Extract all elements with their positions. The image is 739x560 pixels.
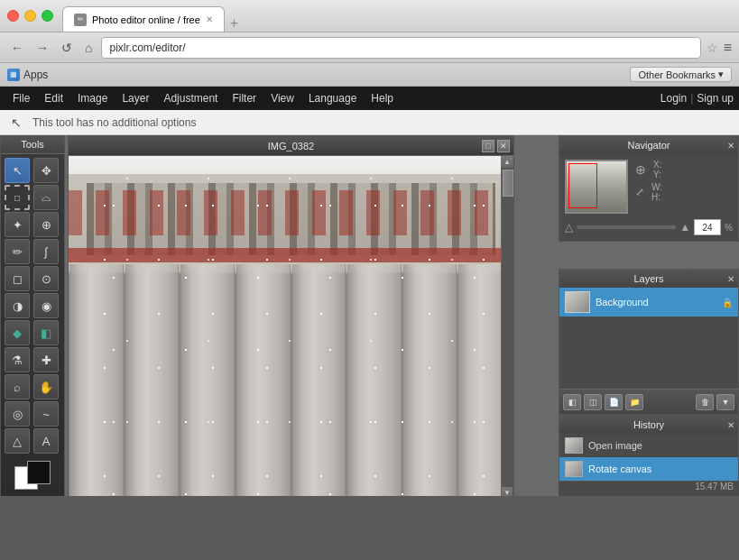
layer-background[interactable]: Background 🔒 xyxy=(559,288,738,317)
tool-zoom[interactable]: ⌕ xyxy=(5,374,30,399)
browser-toolbar: ← → ↺ ⌂ pixlr.com/editor/ ☆ ≡ xyxy=(0,32,739,63)
history-item-open-image[interactable]: Open image xyxy=(559,434,738,457)
tool-heal[interactable]: ✚ xyxy=(33,347,59,372)
address-bar[interactable]: pixlr.com/editor/ xyxy=(101,37,700,59)
image-window-close[interactable]: ✕ xyxy=(497,140,510,152)
tool-clone[interactable]: ⊙ xyxy=(33,266,59,291)
tool-magic-wand[interactable]: ✦ xyxy=(5,212,30,237)
tool-blur[interactable]: ◉ xyxy=(33,293,59,318)
home-button[interactable]: ⌂ xyxy=(81,39,96,57)
tool-gradient[interactable]: ◧ xyxy=(33,320,59,345)
sky-area xyxy=(69,156,513,176)
tool-eraser[interactable]: ◻ xyxy=(5,266,30,291)
navigator-title: Navigator xyxy=(565,140,733,151)
history-title: History xyxy=(565,419,733,430)
image-window-title: IMG_0382 xyxy=(268,141,314,151)
zoom-out-icon[interactable]: △ xyxy=(565,221,573,234)
layer-options-btn[interactable]: ▼ xyxy=(716,394,734,410)
tool-hint-icon: ↖ xyxy=(7,114,25,132)
layer-new-btn[interactable]: 📄 xyxy=(605,394,623,410)
zoom-slider[interactable] xyxy=(577,225,676,229)
tool-eyedropper[interactable]: ⚗ xyxy=(5,347,30,372)
tool-marquee-rect[interactable]: □ xyxy=(5,185,30,210)
vertical-scrollbar[interactable]: ▲ ▼ xyxy=(501,156,513,496)
scrollbar-up-arrow[interactable]: ▲ xyxy=(501,156,513,169)
maximize-button[interactable] xyxy=(42,10,53,22)
menu-adjustment[interactable]: Adjustment xyxy=(156,89,225,107)
apps-label: Apps xyxy=(23,69,48,81)
image-window: IMG_0382 □ ✕ ▲ xyxy=(68,135,514,496)
minimize-button[interactable] xyxy=(24,10,36,22)
workspace: Tools ↖ ✥ □ ⌓ ✦ ⊕ ✏ ∫ ◻ ⊙ ◑ ◉ ◆ ◧ ⚗ ✚ ⌕ … xyxy=(0,135,739,496)
close-button[interactable] xyxy=(7,10,19,22)
layers-toolbar: ◧ ◫ 📄 📁 🗑 ▼ xyxy=(559,389,738,414)
tab-close-icon[interactable]: ✕ xyxy=(206,14,213,24)
layer-delete-btn[interactable]: 🗑 xyxy=(696,394,714,410)
navigator-titlebar: Navigator ✕ xyxy=(559,136,738,154)
chevron-down-icon: ▾ xyxy=(718,69,724,80)
apps-icon: ▦ xyxy=(7,69,20,81)
tool-paint-bucket[interactable]: ◆ xyxy=(5,320,30,345)
tab-title: Photo editor online / free xyxy=(92,14,200,25)
column-2 xyxy=(125,264,180,496)
tool-shape[interactable]: △ xyxy=(5,428,30,454)
history-item-rotate-canvas[interactable]: Rotate canvas xyxy=(559,457,738,481)
layer-group-btn[interactable]: 📁 xyxy=(625,394,643,410)
tool-select-arrow[interactable]: ↖ xyxy=(5,158,30,183)
layer-mask-btn[interactable]: ◫ xyxy=(584,394,602,410)
x-label: X: xyxy=(653,160,661,170)
tool-redeye[interactable]: ◎ xyxy=(5,401,30,427)
forward-button[interactable]: → xyxy=(32,39,52,57)
tool-lasso[interactable]: ⌓ xyxy=(33,185,59,210)
image-window-controls: □ ✕ xyxy=(482,140,510,152)
layer-background-thumb xyxy=(565,291,590,313)
login-link[interactable]: Login xyxy=(660,92,687,105)
tools-header: Tools xyxy=(1,135,64,154)
layer-lock-icon: 🔒 xyxy=(722,298,733,308)
history-close-icon[interactable]: ✕ xyxy=(727,420,734,430)
scroll-thumb[interactable] xyxy=(503,170,513,197)
layers-titlebar: Layers ✕ xyxy=(559,270,738,288)
image-canvas[interactable] xyxy=(69,156,513,496)
layers-panel: Layers ✕ Background 🔒 ◧ ◫ 📄 📁 🗑 ▼ xyxy=(559,269,739,415)
color-selector[interactable] xyxy=(14,461,51,490)
menu-view[interactable]: View xyxy=(263,89,301,107)
menu-filter[interactable]: Filter xyxy=(225,89,263,107)
tool-hand[interactable]: ✋ xyxy=(33,374,59,399)
layers-close-icon[interactable]: ✕ xyxy=(727,274,734,284)
signup-link[interactable]: Sign up xyxy=(697,92,734,105)
tool-text[interactable]: A xyxy=(33,428,59,454)
new-tab-button[interactable]: + xyxy=(225,15,244,32)
layer-add-adjustment-btn[interactable]: ◧ xyxy=(563,394,581,410)
tool-dodge[interactable]: ◑ xyxy=(5,293,30,318)
scroll-down-btn[interactable]: ▼ xyxy=(502,486,513,496)
y-label: Y: xyxy=(653,170,661,179)
menu-image[interactable]: Image xyxy=(70,89,115,107)
tool-hint-bar: ↖ This tool has no additional options xyxy=(0,110,739,135)
zoom-in-icon[interactable]: ▲ xyxy=(679,221,690,234)
other-bookmarks[interactable]: Other Bookmarks ▾ xyxy=(630,67,732,82)
menu-layer[interactable]: Layer xyxy=(115,89,156,107)
refresh-button[interactable]: ↺ xyxy=(58,39,76,57)
menu-file[interactable]: File xyxy=(5,89,37,107)
navigator-close-icon[interactable]: ✕ xyxy=(727,141,734,151)
foreground-color-swatch[interactable] xyxy=(27,461,51,484)
layer-background-name: Background xyxy=(596,297,716,308)
browser-menu-button[interactable]: ≡ xyxy=(724,40,732,56)
zoom-value-input[interactable] xyxy=(694,219,721,235)
tool-crop[interactable]: ⊕ xyxy=(33,212,59,237)
history-open-icon xyxy=(565,437,583,454)
tool-smudge[interactable]: ~ xyxy=(33,401,59,427)
tool-move[interactable]: ✥ xyxy=(33,158,59,183)
image-window-minimize[interactable]: □ xyxy=(482,140,494,152)
tool-pencil[interactable]: ✏ xyxy=(5,239,30,264)
back-button[interactable]: ← xyxy=(7,39,27,57)
tool-brush[interactable]: ∫ xyxy=(33,239,59,264)
apps-bookmark[interactable]: ▦ Apps xyxy=(7,69,48,81)
history-titlebar: History ✕ xyxy=(559,416,738,434)
menu-help[interactable]: Help xyxy=(364,89,401,107)
menu-language[interactable]: Language xyxy=(301,89,364,107)
bookmark-star-icon[interactable]: ☆ xyxy=(707,41,718,55)
menu-edit[interactable]: Edit xyxy=(37,89,70,107)
active-tab[interactable]: ✏ Photo editor online / free ✕ xyxy=(62,6,225,32)
